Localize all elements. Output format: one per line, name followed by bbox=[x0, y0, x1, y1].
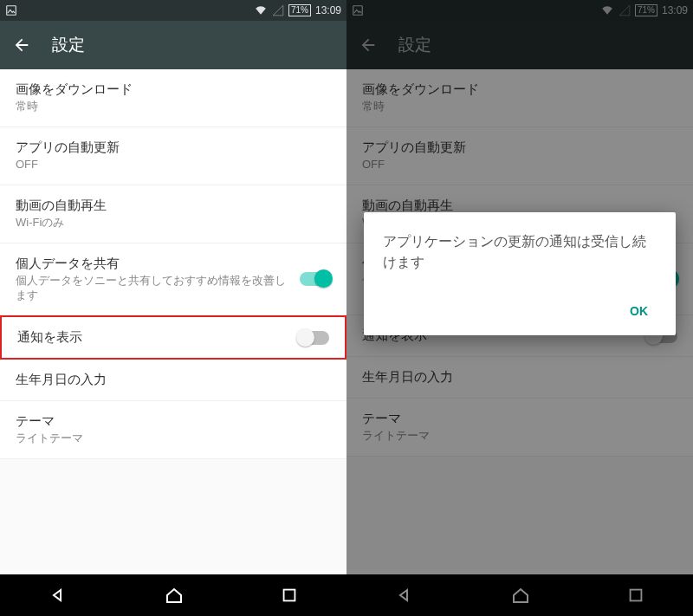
nav-home-icon[interactable] bbox=[164, 585, 185, 606]
item-auto-play-video[interactable]: 動画の自動再生Wi-Fiのみ bbox=[0, 185, 346, 243]
notification-dialog: アプリケーションの更新の通知は受信し続けます OK bbox=[364, 212, 676, 335]
item-theme[interactable]: テーマライトテーマ bbox=[346, 399, 693, 457]
app-bar: 設定 bbox=[346, 21, 693, 69]
nav-home-icon[interactable] bbox=[510, 585, 531, 606]
nav-recent-icon[interactable] bbox=[626, 586, 645, 605]
picture-icon bbox=[5, 4, 17, 16]
svg-rect-1 bbox=[284, 590, 295, 601]
app-bar: 設定 bbox=[0, 21, 346, 69]
battery-level: 71% bbox=[288, 4, 311, 16]
item-auto-update[interactable]: アプリの自動更新OFF bbox=[346, 127, 693, 185]
wifi-icon bbox=[254, 4, 268, 16]
status-bar: 71% 13:09 bbox=[0, 0, 346, 21]
phone-left: 71% 13:09 設定 画像をダウンロード常時 アプリの自動更新OFF 動画の… bbox=[0, 0, 346, 616]
toggle-show-notifications[interactable] bbox=[298, 331, 329, 345]
nav-recent-icon[interactable] bbox=[280, 586, 299, 605]
phone-right: 71% 13:09 設定 画像をダウンロード常時 アプリの自動更新OFF 動画の… bbox=[346, 0, 693, 616]
item-download-images[interactable]: 画像をダウンロード常時 bbox=[0, 69, 346, 127]
status-time: 13:09 bbox=[662, 4, 688, 16]
status-bar: 71% 13:09 bbox=[346, 0, 693, 21]
item-share-personal-data[interactable]: 個人データを共有個人データをソニーと共有しておすすめ情報を改善します bbox=[0, 243, 346, 316]
signal-icon bbox=[272, 4, 284, 16]
svg-rect-3 bbox=[631, 590, 642, 601]
app-bar-title: 設定 bbox=[52, 34, 85, 56]
nav-back-icon[interactable] bbox=[48, 585, 68, 606]
app-bar-title: 設定 bbox=[398, 34, 431, 56]
status-time: 13:09 bbox=[315, 4, 341, 16]
back-arrow-icon[interactable] bbox=[12, 36, 31, 55]
wifi-icon bbox=[600, 4, 614, 16]
battery-level: 71% bbox=[635, 4, 657, 16]
item-birthday[interactable]: 生年月日の入力 bbox=[346, 357, 693, 399]
dialog-message: アプリケーションの更新の通知は受信し続けます bbox=[383, 231, 657, 273]
item-theme[interactable]: テーマライトテーマ bbox=[0, 401, 346, 459]
nav-back-icon[interactable] bbox=[394, 585, 415, 606]
nav-bar bbox=[0, 574, 346, 616]
item-birthday[interactable]: 生年月日の入力 bbox=[0, 360, 346, 401]
signal-icon bbox=[619, 4, 631, 16]
dialog-ok-button[interactable]: OK bbox=[621, 297, 657, 325]
item-auto-update[interactable]: アプリの自動更新OFF bbox=[0, 127, 346, 185]
nav-bar bbox=[346, 574, 693, 616]
item-show-notifications[interactable]: 通知を表示 bbox=[0, 315, 346, 360]
back-arrow-icon[interactable] bbox=[359, 36, 378, 55]
picture-icon bbox=[352, 4, 364, 16]
item-download-images[interactable]: 画像をダウンロード常時 bbox=[346, 69, 693, 127]
toggle-share-data[interactable] bbox=[300, 272, 331, 286]
settings-list: 画像をダウンロード常時 アプリの自動更新OFF 動画の自動再生Wi-Fiのみ 個… bbox=[0, 69, 346, 574]
